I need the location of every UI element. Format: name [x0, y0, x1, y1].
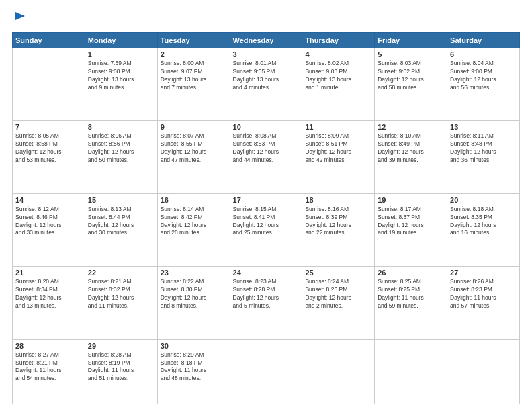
day-info: Sunrise: 8:07 AM Sunset: 8:55 PM Dayligh… [161, 132, 227, 165]
weekday-header-sunday: Sunday [13, 33, 85, 48]
day-info: Sunrise: 8:10 AM Sunset: 8:49 PM Dayligh… [378, 132, 444, 165]
day-info: Sunrise: 8:22 AM Sunset: 8:30 PM Dayligh… [161, 278, 227, 310]
calendar-cell: 28Sunrise: 8:27 AM Sunset: 8:21 PM Dayli… [13, 339, 85, 404]
weekday-header-wednesday: Wednesday [230, 33, 302, 48]
calendar-cell: 11Sunrise: 8:09 AM Sunset: 8:51 PM Dayli… [302, 121, 375, 193]
calendar-cell: 29Sunrise: 8:28 AM Sunset: 8:19 PM Dayli… [85, 339, 157, 404]
day-number: 13 [450, 123, 517, 131]
calendar-cell: 16Sunrise: 8:14 AM Sunset: 8:42 PM Dayli… [157, 193, 230, 266]
day-info: Sunrise: 8:12 AM Sunset: 8:46 PM Dayligh… [15, 205, 82, 238]
day-number: 11 [305, 123, 371, 131]
day-info: Sunrise: 8:21 AM Sunset: 8:32 PM Dayligh… [88, 278, 154, 310]
weekday-header-tuesday: Tuesday [157, 33, 230, 48]
day-number: 16 [161, 196, 227, 204]
calendar-cell [230, 339, 302, 404]
day-number: 12 [378, 123, 444, 131]
calendar-table: SundayMondayTuesdayWednesdayThursdayFrid… [12, 32, 520, 404]
day-info: Sunrise: 8:25 AM Sunset: 8:25 PM Dayligh… [378, 278, 444, 310]
svg-marker-0 [15, 12, 25, 20]
week-row-2: 7Sunrise: 8:05 AM Sunset: 8:58 PM Daylig… [13, 121, 520, 193]
calendar-cell: 9Sunrise: 8:07 AM Sunset: 8:55 PM Daylig… [157, 121, 230, 193]
day-info: Sunrise: 8:29 AM Sunset: 8:18 PM Dayligh… [161, 351, 227, 383]
weekday-header-friday: Friday [375, 33, 447, 48]
day-info: Sunrise: 8:27 AM Sunset: 8:21 PM Dayligh… [15, 351, 82, 383]
calendar-cell: 6Sunrise: 8:04 AM Sunset: 9:00 PM Daylig… [447, 48, 520, 121]
day-info: Sunrise: 8:11 AM Sunset: 8:48 PM Dayligh… [450, 132, 517, 165]
weekday-header-row: SundayMondayTuesdayWednesdayThursdayFrid… [13, 33, 520, 48]
calendar-cell [302, 339, 375, 404]
day-number: 24 [233, 269, 300, 277]
logo-flag-icon [14, 11, 26, 26]
calendar-cell: 17Sunrise: 8:15 AM Sunset: 8:41 PM Dayli… [230, 193, 302, 266]
day-number: 22 [88, 269, 154, 277]
calendar-cell: 14Sunrise: 8:12 AM Sunset: 8:46 PM Dayli… [13, 193, 85, 266]
day-number: 8 [88, 123, 154, 131]
calendar-cell [375, 339, 447, 404]
calendar-cell: 12Sunrise: 8:10 AM Sunset: 8:49 PM Dayli… [375, 121, 447, 193]
day-info: Sunrise: 8:23 AM Sunset: 8:28 PM Dayligh… [233, 278, 300, 310]
day-number: 27 [450, 269, 517, 277]
day-info: Sunrise: 8:16 AM Sunset: 8:39 PM Dayligh… [305, 205, 371, 238]
day-number: 26 [378, 269, 444, 277]
day-info: Sunrise: 8:03 AM Sunset: 9:02 PM Dayligh… [378, 60, 444, 92]
day-info: Sunrise: 8:13 AM Sunset: 8:44 PM Dayligh… [88, 205, 154, 238]
day-info: Sunrise: 8:24 AM Sunset: 8:26 PM Dayligh… [305, 278, 371, 310]
day-number: 30 [161, 342, 227, 350]
calendar-cell [13, 48, 85, 121]
day-number: 18 [305, 196, 371, 204]
day-info: Sunrise: 8:04 AM Sunset: 9:00 PM Dayligh… [450, 60, 517, 92]
day-number: 1 [88, 50, 154, 58]
calendar-cell: 8Sunrise: 8:06 AM Sunset: 8:56 PM Daylig… [85, 121, 157, 193]
weekday-header-saturday: Saturday [447, 33, 520, 48]
calendar-cell: 4Sunrise: 8:02 AM Sunset: 9:03 PM Daylig… [302, 48, 375, 121]
day-info: Sunrise: 8:28 AM Sunset: 8:19 PM Dayligh… [88, 351, 154, 383]
calendar-cell: 13Sunrise: 8:11 AM Sunset: 8:48 PM Dayli… [447, 121, 520, 193]
day-number: 4 [305, 50, 371, 58]
calendar-cell: 1Sunrise: 7:59 AM Sunset: 9:08 PM Daylig… [85, 48, 157, 121]
day-number: 3 [233, 50, 300, 58]
day-number: 28 [15, 342, 82, 350]
calendar-cell: 24Sunrise: 8:23 AM Sunset: 8:28 PM Dayli… [230, 267, 302, 339]
day-info: Sunrise: 8:20 AM Sunset: 8:34 PM Dayligh… [15, 278, 82, 310]
calendar-cell: 18Sunrise: 8:16 AM Sunset: 8:39 PM Dayli… [302, 193, 375, 266]
week-row-4: 21Sunrise: 8:20 AM Sunset: 8:34 PM Dayli… [13, 267, 520, 339]
day-info: Sunrise: 8:05 AM Sunset: 8:58 PM Dayligh… [15, 132, 82, 165]
week-row-5: 28Sunrise: 8:27 AM Sunset: 8:21 PM Dayli… [13, 339, 520, 404]
calendar-cell: 7Sunrise: 8:05 AM Sunset: 8:58 PM Daylig… [13, 121, 85, 193]
day-info: Sunrise: 8:06 AM Sunset: 8:56 PM Dayligh… [88, 132, 154, 165]
day-info: Sunrise: 7:59 AM Sunset: 9:08 PM Dayligh… [88, 60, 154, 92]
day-info: Sunrise: 8:26 AM Sunset: 8:23 PM Dayligh… [450, 278, 517, 310]
day-number: 14 [15, 196, 82, 204]
week-row-3: 14Sunrise: 8:12 AM Sunset: 8:46 PM Dayli… [13, 193, 520, 266]
day-number: 25 [305, 269, 371, 277]
calendar-cell: 22Sunrise: 8:21 AM Sunset: 8:32 PM Dayli… [85, 267, 157, 339]
calendar-cell: 10Sunrise: 8:08 AM Sunset: 8:53 PM Dayli… [230, 121, 302, 193]
calendar-cell: 15Sunrise: 8:13 AM Sunset: 8:44 PM Dayli… [85, 193, 157, 266]
day-info: Sunrise: 8:00 AM Sunset: 9:07 PM Dayligh… [161, 60, 227, 92]
day-number: 23 [161, 269, 227, 277]
day-info: Sunrise: 8:15 AM Sunset: 8:41 PM Dayligh… [233, 205, 300, 238]
calendar-cell: 20Sunrise: 8:18 AM Sunset: 8:35 PM Dayli… [447, 193, 520, 266]
logo [12, 12, 26, 26]
calendar-cell: 27Sunrise: 8:26 AM Sunset: 8:23 PM Dayli… [447, 267, 520, 339]
day-info: Sunrise: 8:02 AM Sunset: 9:03 PM Dayligh… [305, 60, 371, 92]
header [12, 12, 520, 26]
calendar-cell: 3Sunrise: 8:01 AM Sunset: 9:05 PM Daylig… [230, 48, 302, 121]
calendar-cell: 30Sunrise: 8:29 AM Sunset: 8:18 PM Dayli… [157, 339, 230, 404]
day-number: 17 [233, 196, 300, 204]
calendar-cell: 26Sunrise: 8:25 AM Sunset: 8:25 PM Dayli… [375, 267, 447, 339]
calendar-page: SundayMondayTuesdayWednesdayThursdayFrid… [0, 0, 532, 411]
day-number: 15 [88, 196, 154, 204]
calendar-cell: 25Sunrise: 8:24 AM Sunset: 8:26 PM Dayli… [302, 267, 375, 339]
day-info: Sunrise: 8:14 AM Sunset: 8:42 PM Dayligh… [161, 205, 227, 238]
day-number: 19 [378, 196, 444, 204]
calendar-cell: 21Sunrise: 8:20 AM Sunset: 8:34 PM Dayli… [13, 267, 85, 339]
day-number: 29 [88, 342, 154, 350]
day-info: Sunrise: 8:01 AM Sunset: 9:05 PM Dayligh… [233, 60, 300, 92]
day-info: Sunrise: 8:08 AM Sunset: 8:53 PM Dayligh… [233, 132, 300, 165]
weekday-header-monday: Monday [85, 33, 157, 48]
week-row-1: 1Sunrise: 7:59 AM Sunset: 9:08 PM Daylig… [13, 48, 520, 121]
day-number: 2 [161, 50, 227, 58]
day-number: 7 [15, 123, 82, 131]
weekday-header-thursday: Thursday [302, 33, 375, 48]
